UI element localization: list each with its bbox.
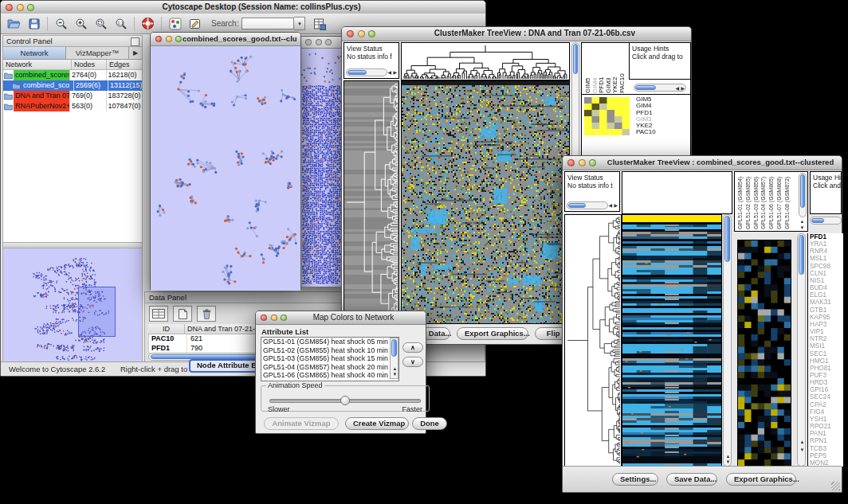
- tv2-heatmap[interactable]: [622, 215, 721, 466]
- scroll-right-arrow[interactable]: ▶: [614, 203, 618, 208]
- tv2-zoom-heatmap[interactable]: [738, 240, 791, 466]
- scroll-left-arrow[interactable]: ◀: [675, 86, 679, 91]
- animate-vizmap-button[interactable]: Animate Vizmap: [264, 417, 339, 430]
- minimize-button[interactable]: [166, 36, 172, 42]
- attribute-item[interactable]: GPL51-02 (GSM855) heat shock 10 min: [261, 346, 389, 355]
- treeview2-titlebar[interactable]: ClusterMaker TreeView : combined_scores_…: [563, 156, 842, 170]
- gene-label[interactable]: PHO81: [810, 365, 843, 372]
- resize-grip[interactable]: [831, 482, 840, 490]
- network-row[interactable]: DNA and Tran 07 769(0) 183728(0): [3, 91, 142, 101]
- search-dropdown-button[interactable]: ▼: [294, 17, 305, 30]
- tv1-col-label[interactable]: PAC10: [618, 44, 626, 93]
- close-button[interactable]: [305, 39, 312, 45]
- main-titlebar[interactable]: Cytoscape Desktop (Session Name: collins…: [1, 1, 485, 14]
- zoom-button[interactable]: [27, 4, 34, 11]
- gene-label[interactable]: SPC98: [810, 263, 843, 270]
- delete-attribute-trash-icon[interactable]: [197, 306, 216, 322]
- gene-label[interactable]: SEC1: [810, 350, 843, 357]
- network-view-titlebar[interactable]: combined_scores_good.txt--cluste...: [151, 33, 300, 46]
- scroll-down-arrow[interactable]: ▼: [800, 447, 805, 452]
- scroll-down-arrow[interactable]: ▼: [726, 459, 731, 464]
- zoom-in-button[interactable]: [72, 15, 90, 32]
- annotation-icon[interactable]: [186, 15, 204, 32]
- table-icon[interactable]: [149, 306, 168, 322]
- scroll-left-arrow[interactable]: ◀: [387, 70, 391, 75]
- gene-label[interactable]: NIS1: [810, 277, 843, 284]
- scroll-up-arrow[interactable]: ▲: [800, 440, 805, 444]
- attribute-item[interactable]: GPL51-03 (GSM856) heat shock 15 min: [261, 354, 389, 363]
- network-view-canvas[interactable]: [151, 46, 300, 291]
- tv1-col-label[interactable]: YKE2: [611, 44, 618, 93]
- network-row[interactable]: RNAPuberNov2+ 563(0) 107847(0): [3, 101, 142, 111]
- open-session-button[interactable]: [5, 15, 23, 32]
- gene-label[interactable]: HRD3: [810, 379, 843, 386]
- gene-label[interactable]: PUF3: [810, 372, 843, 379]
- help-lifering-icon[interactable]: [139, 15, 157, 32]
- tv1-zoom-matrix[interactable]: [584, 97, 630, 135]
- minimize-button[interactable]: [358, 30, 365, 37]
- tv1-col-label[interactable]: GIM5: [584, 44, 591, 93]
- tv1-zoom-hscrollbar[interactable]: ◀ ▶: [634, 84, 686, 92]
- minimize-button[interactable]: [17, 4, 24, 11]
- gene-label[interactable]: RPN1: [810, 437, 843, 444]
- zoom-selected-button[interactable]: [92, 15, 110, 32]
- gene-label[interactable]: RNR4: [810, 248, 843, 255]
- close-button[interactable]: [347, 30, 354, 37]
- attribute-list-scrollbar[interactable]: ▲ ▼: [390, 338, 398, 379]
- gene-label[interactable]: FIG4: [810, 408, 843, 416]
- close-button[interactable]: [261, 315, 267, 321]
- tv2-gene-list-scrollbar[interactable]: ▲ ▼: [797, 233, 806, 467]
- background-window-titlebar[interactable]: [300, 37, 347, 49]
- gene-label[interactable]: TCB3: [810, 445, 843, 452]
- gene-label[interactable]: PAN1: [810, 430, 843, 437]
- search-input[interactable]: [241, 18, 294, 29]
- tv2-row-dendrogram[interactable]: [565, 215, 621, 466]
- tv1-status-hscrollbar[interactable]: [346, 68, 387, 76]
- new-attribute-icon[interactable]: [173, 306, 192, 322]
- tab-overflow-button[interactable]: ▶: [129, 47, 142, 59]
- tv2-export-graphics-button[interactable]: Export Graphics...: [726, 473, 796, 486]
- scroll-up-arrow[interactable]: ▲: [393, 366, 398, 371]
- network-overview-canvas[interactable]: [3, 248, 140, 373]
- scroll-up-arrow[interactable]: ▲: [800, 219, 805, 224]
- tv2-col-label[interactable]: GPL51-01 (GSM854): [736, 174, 744, 229]
- vizmapper-icon[interactable]: [166, 15, 184, 32]
- attribute-item[interactable]: GPL51-01 (GSM854) heat shock 05 min: [261, 338, 389, 346]
- zoom-button[interactable]: [325, 39, 332, 45]
- close-button[interactable]: [567, 159, 575, 166]
- tv2-col-label[interactable]: GPL51-02 (GSM855): [744, 174, 752, 229]
- close-button[interactable]: [155, 36, 162, 42]
- network-row[interactable]: combined_scores 2764(0) 16218(0): [3, 70, 142, 80]
- scroll-right-arrow[interactable]: ▶: [681, 86, 685, 91]
- gene-label[interactable]: MSL1: [810, 255, 843, 262]
- gene-label[interactable]: ELG1: [810, 291, 843, 299]
- zoom-button[interactable]: [368, 30, 375, 37]
- tv2-save-data-button[interactable]: Save Data...: [666, 473, 717, 486]
- background-network-canvas[interactable]: [300, 49, 347, 287]
- done-button[interactable]: Done: [412, 417, 447, 430]
- gene-label[interactable]: MAK31: [810, 299, 843, 306]
- save-session-button[interactable]: [25, 15, 43, 32]
- tv1-row-dendrogram[interactable]: [344, 81, 398, 323]
- scroll-down-arrow[interactable]: ▼: [800, 225, 805, 230]
- zoom-button[interactable]: [281, 315, 287, 321]
- tv1-heatmap[interactable]: [402, 81, 569, 323]
- gene-label[interactable]: PEP5: [810, 452, 843, 459]
- tv1-col-label[interactable]: GIM3: [605, 44, 612, 93]
- tv2-usage-hscrollbar[interactable]: [810, 217, 842, 225]
- gene-label[interactable]: SEC24: [810, 393, 843, 400]
- gene-label[interactable]: PFD1: [810, 233, 843, 240]
- speed-slider[interactable]: [269, 399, 421, 403]
- attribute-item[interactable]: GPL51-06 (GSM865) heat shock 40 min: [261, 371, 389, 380]
- scroll-left-arrow[interactable]: ◀: [608, 203, 612, 208]
- move-up-button[interactable]: ∧: [402, 342, 423, 353]
- zoom-button[interactable]: [175, 36, 182, 42]
- tab-vizmapper[interactable]: VizMapper™: [66, 47, 129, 59]
- tv2-col-label[interactable]: GPL51-03 (GSM856): [752, 174, 760, 229]
- tv1-export-graphics-button[interactable]: Export Graphics...: [457, 327, 528, 340]
- minimize-button[interactable]: [271, 315, 277, 321]
- gene-label[interactable]: NTR2: [810, 335, 843, 342]
- gene-label[interactable]: MSI1: [810, 342, 843, 350]
- tv2-settings-button[interactable]: Settings...: [612, 473, 658, 486]
- dialog-titlebar[interactable]: Map Colors to Network: [256, 311, 426, 325]
